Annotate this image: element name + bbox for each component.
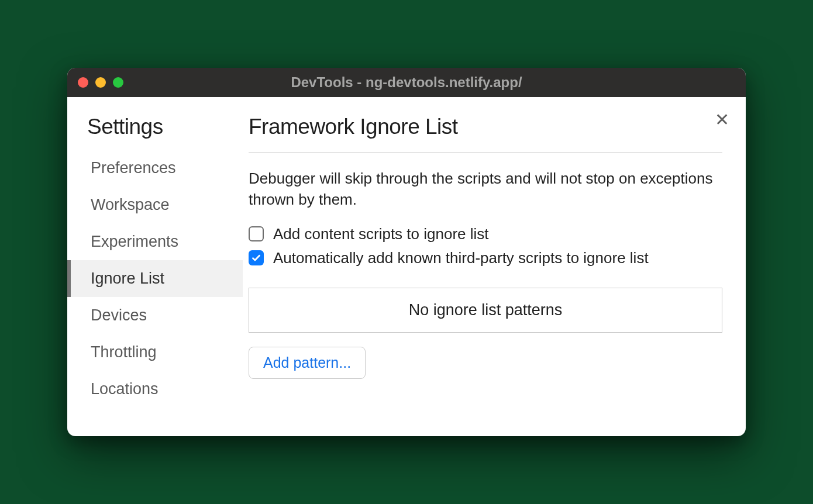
traffic-lights — [78, 77, 123, 88]
window-maximize-icon[interactable] — [113, 77, 123, 88]
window-titlebar: DevTools - ng-devtools.netlify.app/ — [67, 68, 746, 97]
sidebar-item-workspace[interactable]: Workspace — [67, 187, 243, 223]
checkbox-label: Automatically add known third-party scri… — [273, 249, 649, 267]
close-icon[interactable]: ✕ — [715, 111, 729, 129]
checkbox-row-content-scripts: Add content scripts to ignore list — [249, 222, 722, 246]
sidebar-item-experiments[interactable]: Experiments — [67, 223, 243, 260]
sidebar-item-throttling[interactable]: Throttling — [67, 334, 243, 371]
sidebar-item-locations[interactable]: Locations — [67, 371, 243, 408]
page-description: Debugger will skip through the scripts a… — [249, 153, 722, 222]
settings-sidebar: Settings Preferences Workspace Experimen… — [67, 97, 243, 436]
sidebar-item-preferences[interactable]: Preferences — [67, 150, 243, 187]
devtools-settings-window: DevTools - ng-devtools.netlify.app/ ✕ Se… — [67, 68, 746, 436]
window-close-icon[interactable] — [78, 77, 88, 88]
checkmark-icon — [251, 253, 261, 263]
checkbox-row-third-party: Automatically add known third-party scri… — [249, 246, 722, 270]
add-pattern-button[interactable]: Add pattern... — [249, 347, 366, 379]
window-title: DevTools - ng-devtools.netlify.app/ — [291, 74, 522, 91]
ignore-list-patterns-empty: No ignore list patterns — [249, 288, 722, 333]
sidebar-title: Settings — [67, 115, 243, 150]
checkbox-content-scripts[interactable] — [249, 226, 264, 241]
sidebar-item-devices[interactable]: Devices — [67, 297, 243, 334]
window-minimize-icon[interactable] — [95, 77, 106, 88]
page-title: Framework Ignore List — [249, 115, 722, 153]
checkbox-third-party[interactable] — [249, 250, 264, 265]
checkbox-label: Add content scripts to ignore list — [273, 225, 489, 243]
settings-content: ✕ Settings Preferences Workspace Experim… — [67, 97, 746, 436]
settings-main: Framework Ignore List Debugger will skip… — [243, 97, 746, 436]
sidebar-item-ignore-list[interactable]: Ignore List — [67, 260, 243, 297]
